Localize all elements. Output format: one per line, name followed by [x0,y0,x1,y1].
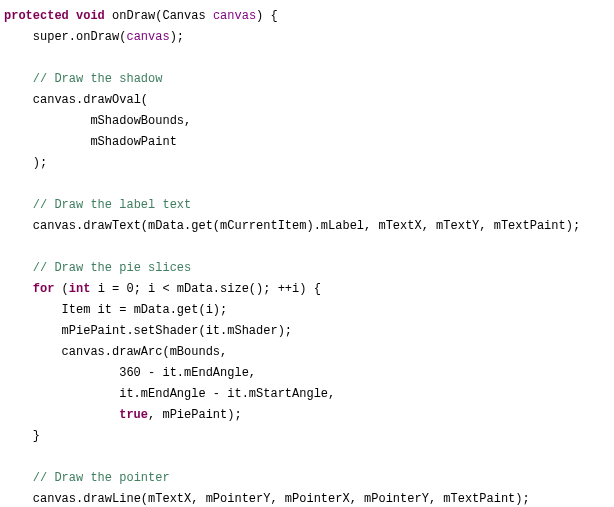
comment-pointer: // Draw the pointer [33,471,170,485]
param-type: Canvas [162,9,205,23]
kw-void: void [76,9,105,23]
kw-true: true [119,408,148,422]
drawoval-call: canvas.drawOval( [33,93,148,107]
drawarc-open: canvas.drawArc(mBounds, [62,345,228,359]
comment-shadow: // Draw the shadow [33,72,163,86]
close-paren-1: ); [33,156,47,170]
drawoval-arg2: mShadowPaint [90,135,176,149]
super-kw: super [33,30,69,44]
drawoval-arg1: mShadowBounds, [90,114,191,128]
kw-for: for [33,282,55,296]
super-method: onDraw [76,30,119,44]
comment-label: // Draw the label text [33,198,191,212]
kw-int: int [69,282,91,296]
arc-arg1: 360 - it.mEndAngle, [119,366,256,380]
arc-rest: , mPiePaint); [148,408,242,422]
for-rest: i = 0; i < mData.size(); ++i) { [98,282,321,296]
method-name: onDraw [112,9,155,23]
comment-slices: // Draw the pie slices [33,261,191,275]
param-name: canvas [213,9,256,23]
drawline-line: canvas.drawLine(mTextX, mPointerY, mPoin… [33,492,530,506]
setshader-line: mPiePaint.setShader(it.mShader); [62,324,292,338]
super-arg: canvas [126,30,169,44]
drawtext-line: canvas.drawText(mData.get(mCurrentItem).… [33,219,580,233]
item-type: Item [62,303,91,317]
kw-protected: protected [4,9,69,23]
code-block: protected void onDraw(Canvas canvas) { s… [0,0,614,507]
brace-close-loop: } [33,429,40,443]
arc-arg2: it.mEndAngle - it.mStartAngle, [119,387,335,401]
item-assign: it = mData.get(i); [90,303,227,317]
